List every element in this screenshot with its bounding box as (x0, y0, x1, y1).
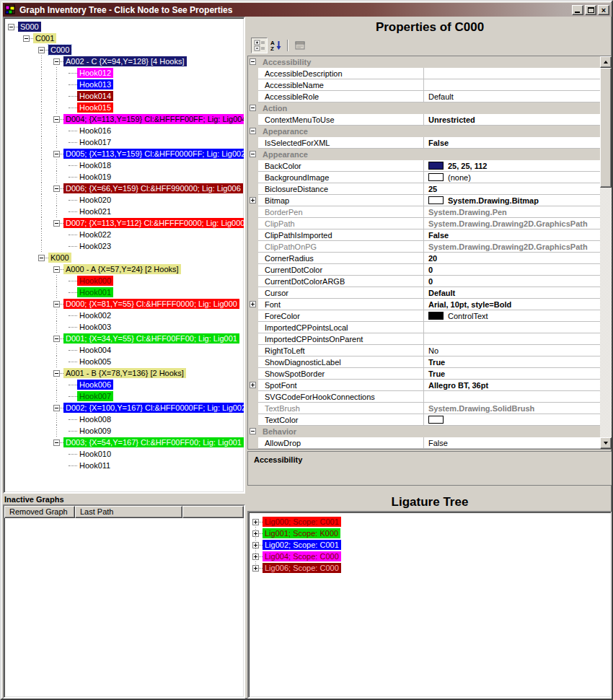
property-name[interactable]: ImportedCPPointsLocal (258, 322, 424, 333)
tree-node-label[interactable]: C001 (33, 33, 56, 43)
property-value[interactable]: System.Drawing.Drawing2D.GraphicsPath (424, 218, 600, 229)
property-name[interactable]: ShowSpotBorder (258, 368, 424, 380)
collapse-icon[interactable] (250, 105, 256, 111)
property-pages-button[interactable] (291, 38, 308, 53)
scroll-down-button[interactable] (600, 437, 612, 449)
property-value[interactable]: False (424, 437, 600, 449)
category-row[interactable]: Appearance (248, 149, 600, 160)
property-value[interactable]: (none) (424, 172, 600, 183)
tree-node-label[interactable]: Hook023 (77, 241, 113, 251)
expand-icon[interactable] (252, 519, 259, 525)
collapse-icon[interactable] (8, 24, 14, 30)
expand-icon[interactable] (252, 554, 259, 560)
tree-node-label[interactable]: C000 (48, 45, 71, 55)
property-name[interactable]: Cursor (258, 287, 424, 299)
expand-icon[interactable] (250, 301, 256, 307)
tree-node-label[interactable]: Hook009 (77, 426, 113, 436)
ligature-node-label[interactable]: Lig002; Scope: C001 (263, 540, 341, 550)
list-column-header[interactable]: Last Path (75, 506, 182, 518)
alphabetical-sort-button[interactable]: A Z (268, 38, 284, 53)
property-value[interactable]: True (424, 356, 600, 368)
property-value[interactable]: 20 (424, 253, 600, 264)
category-row[interactable]: Action (248, 102, 600, 114)
tree-node-label[interactable]: Hook016 (77, 126, 113, 136)
expand-icon[interactable] (252, 565, 259, 572)
property-name[interactable]: AccessibleDescription (258, 68, 424, 79)
property-value[interactable] (424, 79, 600, 91)
collapse-icon[interactable] (53, 151, 60, 157)
collapse-icon[interactable] (53, 370, 60, 377)
property-name[interactable]: TextColor (258, 414, 424, 426)
property-name[interactable]: AccessibleRole (258, 91, 424, 102)
tree-node-label[interactable]: D004; {X=113,Y=159} Cl:&HFFFF00FF; Lig: … (63, 114, 245, 124)
collapse-icon[interactable] (23, 35, 30, 42)
property-name[interactable]: BorderPen (258, 206, 424, 218)
inactive-graphs-list[interactable]: Removed GraphLast Path (3, 504, 245, 699)
property-value[interactable]: Arial, 10pt, style=Bold (424, 299, 600, 310)
ligature-node-label[interactable]: Lig001; Scope: K000 (263, 528, 340, 538)
property-name[interactable]: RightToLeft (258, 345, 424, 356)
property-name[interactable]: SVGCodeForHookConnections (258, 391, 424, 403)
tree-node-label[interactable]: Hook006 (77, 380, 113, 390)
property-value[interactable]: System.Drawing.SolidBrush (424, 403, 600, 414)
ligature-node-label[interactable]: Lig000; Scope: C001 (263, 517, 341, 527)
tree-node-label[interactable]: Hook019 (77, 172, 113, 182)
property-value[interactable]: 0 (424, 264, 600, 276)
tree-node-label[interactable]: D007; {X=113,Y=112} Cl:&HFFFF0000; Lig: … (63, 218, 245, 228)
property-value[interactable]: Allegro BT, 36pt (424, 380, 600, 391)
property-value[interactable] (424, 322, 600, 333)
tree-node-label[interactable]: D003; {X=54,Y=167} Cl:&HFF00FF00; Lig: L… (63, 437, 244, 447)
tree-node-label[interactable]: Hook011 (77, 460, 113, 471)
property-value[interactable]: 25 (424, 183, 600, 195)
scrollbar-track[interactable] (600, 56, 612, 449)
property-grid[interactable]: AccessibilityAccessibleDescriptionAccess… (247, 56, 612, 450)
property-name[interactable]: ContextMenuToUse (258, 114, 424, 126)
collapse-icon[interactable] (53, 301, 60, 307)
property-value[interactable]: ControlText (424, 310, 600, 322)
collapse-icon[interactable] (250, 58, 256, 65)
close-button[interactable]: × (598, 5, 609, 15)
collapse-icon[interactable] (53, 185, 60, 192)
property-name[interactable]: AccessibleName (258, 79, 424, 91)
collapse-icon[interactable] (250, 428, 256, 434)
property-name[interactable]: ClipPathOnPG (258, 241, 424, 253)
property-value[interactable]: 25, 25, 112 (424, 160, 600, 172)
property-value[interactable]: System.Drawing.Drawing2D.GraphicsPath (424, 241, 600, 253)
property-name[interactable]: TextBrush (258, 403, 424, 414)
tree-node-label[interactable]: K000 (48, 253, 71, 263)
property-name[interactable]: IsSelectedForXML (258, 137, 424, 149)
tree-node-label[interactable]: Hook004 (77, 345, 113, 355)
tree-node-label[interactable]: A002 - C {X=94,Y=128} [4 Hooks] (63, 56, 187, 66)
tree-node-label[interactable]: Hook008 (77, 414, 113, 424)
tree-node-label[interactable]: A000 - A {X=57,Y=24} [2 Hooks] (63, 264, 181, 274)
categorized-button[interactable] (251, 38, 268, 53)
tree-node-label[interactable]: Hook000 (77, 276, 113, 286)
collapse-icon[interactable] (53, 405, 60, 411)
tree-node-label[interactable]: D005; {X=113,Y=159} Cl:&HFF0000FF; Lig: … (63, 149, 245, 159)
property-value[interactable]: System.Drawing.Pen (424, 206, 600, 218)
property-value[interactable] (424, 414, 600, 426)
tree-node-label[interactable]: S000 (18, 22, 41, 32)
property-value[interactable] (424, 391, 600, 403)
expand-icon[interactable] (250, 382, 256, 388)
collapse-icon[interactable] (38, 255, 45, 261)
tree-node-label[interactable]: D006; {X=66,Y=159} Cl:&HFF990000; Lig: L… (63, 183, 243, 193)
tree-node-label[interactable]: Hook014 (77, 91, 113, 101)
ligature-tree[interactable]: Lig000; Scope: C001Lig001; Scope: K000Li… (247, 511, 612, 699)
scroll-up-button[interactable] (600, 56, 612, 68)
list-column-header[interactable]: Removed Graph (4, 506, 75, 518)
graph-tree[interactable]: S000C001C000A002 - C {X=94,Y=128} [4 Hoo… (3, 17, 245, 494)
property-value[interactable]: Unrestricted (424, 114, 600, 126)
property-name[interactable]: BackgroundImage (258, 172, 424, 183)
property-name[interactable]: AllowDrop (258, 437, 424, 449)
tree-node-label[interactable]: Hook015 (77, 102, 113, 113)
tree-node-label[interactable]: Hook013 (77, 79, 113, 89)
maximize-button[interactable] (585, 5, 596, 15)
expand-icon[interactable] (252, 542, 259, 548)
category-row[interactable]: Apeparance (248, 126, 600, 137)
expand-icon[interactable] (252, 530, 259, 537)
tree-node-label[interactable]: Hook003 (77, 322, 113, 332)
tree-node-label[interactable]: Hook021 (77, 206, 113, 216)
property-name[interactable]: BiclosureDistance (258, 183, 424, 195)
collapse-icon[interactable] (53, 116, 60, 123)
